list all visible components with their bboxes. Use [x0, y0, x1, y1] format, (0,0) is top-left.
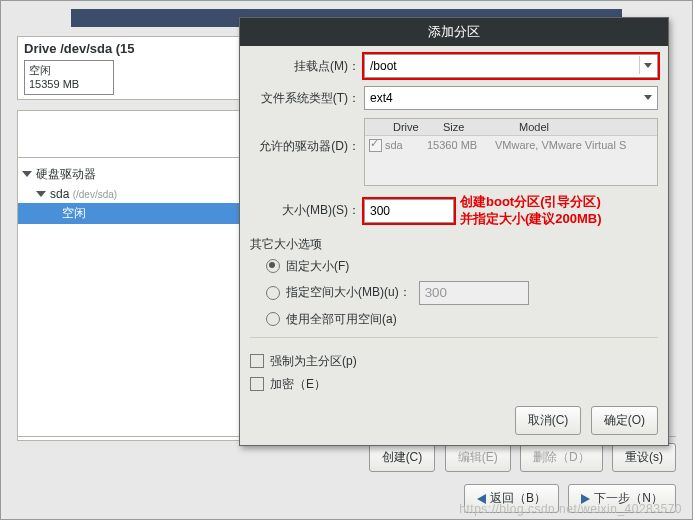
cancel-button[interactable]: 取消(C) — [515, 406, 582, 435]
chevron-down-icon[interactable] — [639, 56, 656, 74]
radio-up-to[interactable]: 指定空间大小(MB)(u)： — [250, 278, 658, 308]
checkbox-force-primary[interactable]: 强制为主分区(p) — [250, 350, 658, 373]
drive-free-box: 空闲 15359 MB — [24, 60, 114, 95]
dialog-title: 添加分区 — [240, 18, 668, 46]
checkbox-icon — [250, 377, 264, 391]
size-input[interactable] — [364, 199, 454, 223]
fstype-label: 文件系统类型(T)： — [250, 90, 364, 107]
radio-fill-all[interactable]: 使用全部可用空间(a) — [250, 308, 658, 331]
checkbox-encrypt[interactable]: 加密（E） — [250, 373, 658, 396]
create-button[interactable]: 创建(C) — [369, 443, 436, 472]
drive-row-sda[interactable]: sda 15360 MB VMware, VMware Virtual S — [365, 136, 657, 157]
up-to-spinner — [419, 281, 529, 305]
radio-fixed-size[interactable]: 固定大小(F) — [250, 255, 658, 278]
expander-icon[interactable] — [36, 191, 46, 197]
extra-size-label: 其它大小选项 — [250, 236, 658, 253]
size-label: 大小(MB)(S)： — [250, 202, 364, 219]
expander-icon[interactable] — [22, 171, 32, 177]
annotation-text: 创建boot分区(引导分区) 并指定大小(建议200MB) — [460, 194, 602, 228]
checkbox-icon — [250, 354, 264, 368]
delete-button: 删除（D） — [520, 443, 603, 472]
mount-point-label: 挂载点(M)： — [250, 58, 364, 75]
mount-point-combo[interactable] — [364, 54, 658, 78]
checkbox-icon[interactable] — [369, 139, 382, 152]
add-partition-dialog: 添加分区 挂载点(M)： 文件系统类型(T)： 允许的驱动器(D)： — [239, 17, 669, 446]
radio-icon — [266, 312, 280, 326]
radio-icon — [266, 286, 280, 300]
spinner-icon[interactable] — [640, 88, 656, 106]
fstype-combo[interactable] — [364, 86, 658, 110]
radio-icon — [266, 259, 280, 273]
allowed-drives-list[interactable]: Drive Size Model sda 15360 MB VMware, VM… — [364, 118, 658, 186]
allowed-drives-label: 允许的驱动器(D)： — [250, 118, 364, 155]
watermark-text: https://blog.csdn.net/weixin_40283570 — [459, 502, 682, 516]
ok-button[interactable]: 确定(O) — [591, 406, 658, 435]
reset-button[interactable]: 重设(s) — [612, 443, 676, 472]
edit-button: 编辑(E) — [445, 443, 511, 472]
